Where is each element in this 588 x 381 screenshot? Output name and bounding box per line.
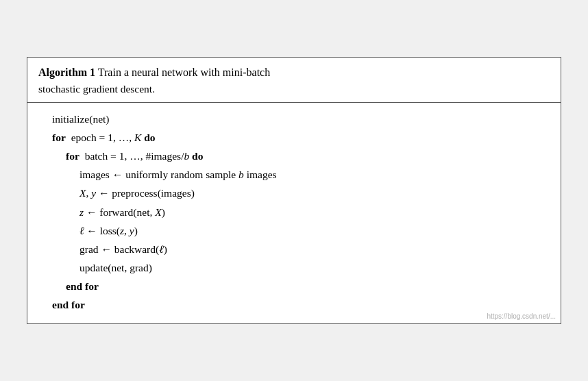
line-loss: ℓ ← loss(z, y) (38, 221, 550, 240)
line-initialize-text: initialize(net) (52, 110, 110, 128)
watermark: https://blog.csdn.net/... (487, 312, 556, 320)
line-loss-text: ℓ ← loss(z, y) (79, 221, 138, 240)
line-end-for-2: end for (38, 295, 550, 314)
kw-end-for-1: end for (66, 277, 99, 295)
line-for-epoch: for epoch = 1, …, K do (38, 128, 550, 147)
line-initialize: initialize(net) (38, 110, 550, 128)
algorithm-label: Algorithm (38, 66, 87, 78)
algorithm-body: initialize(net) for epoch = 1, …, K do f… (27, 103, 561, 323)
line-forward-text: z ← forward(net, X) (79, 203, 165, 221)
line-preprocess: X, y ← preprocess(images) (38, 184, 550, 202)
kw-end-for-2: end for (52, 295, 85, 314)
kw-do-2: do (192, 147, 203, 165)
line-backward-text: grad ← backward(ℓ) (79, 240, 167, 258)
line-backward: grad ← backward(ℓ) (38, 240, 550, 258)
line-update-text: update(net, grad) (79, 258, 152, 277)
for-epoch-text: epoch = 1, …, K (69, 128, 144, 147)
kw-for-1: for (52, 128, 66, 147)
kw-do-1: do (144, 128, 155, 147)
algorithm-title-text: Train a neural network with mini-batch (98, 66, 270, 78)
line-images-text: images ← uniformly random sample b image… (79, 165, 277, 184)
for-batch-text: batch = 1, …, #images/b (82, 147, 192, 165)
algorithm-title: Algorithm 1 Train a neural network with … (38, 64, 550, 81)
algorithm-header: Algorithm 1 Train a neural network with … (27, 58, 561, 103)
line-images: images ← uniformly random sample b image… (38, 165, 550, 184)
line-for-batch: for batch = 1, …, #images/b do (38, 147, 550, 165)
line-preprocess-text: X, y ← preprocess(images) (79, 184, 195, 202)
algorithm-subtitle: stochastic gradient descent. (38, 81, 550, 97)
line-update: update(net, grad) (38, 258, 550, 277)
line-end-for-1: end for (38, 277, 550, 295)
algorithm-number: 1 (90, 66, 98, 78)
kw-for-2: for (66, 147, 79, 165)
line-forward: z ← forward(net, X) (38, 203, 550, 221)
algorithm-box: Algorithm 1 Train a neural network with … (27, 57, 561, 325)
